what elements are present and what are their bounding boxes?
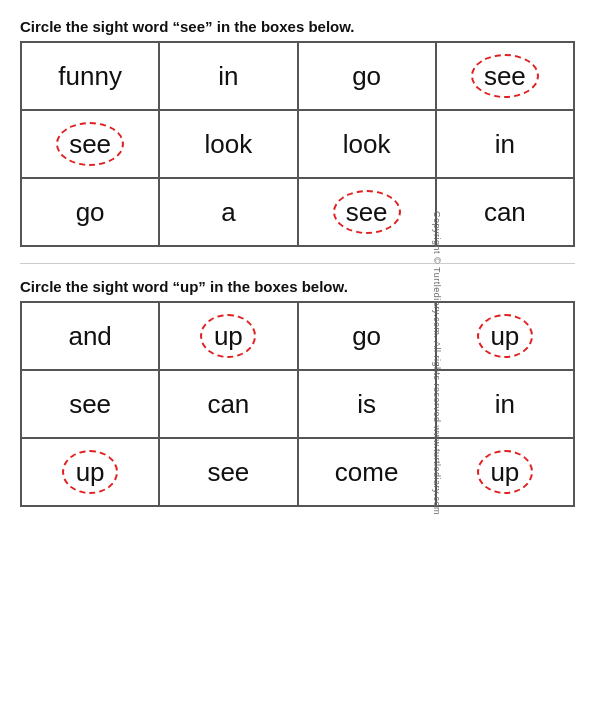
grid-cell: in	[160, 43, 298, 111]
grid-cell: come	[299, 439, 437, 507]
grid-cell: funny	[22, 43, 160, 111]
section1-grid: funnyingoseeseelooklookingoaseecan	[20, 41, 575, 247]
grid-cell: and	[22, 303, 160, 371]
grid-cell: up	[437, 303, 575, 371]
watermark-text: Copyright © Turtlediary.com. All rights …	[432, 211, 442, 515]
grid-cell: up	[160, 303, 298, 371]
grid-cell: see	[22, 371, 160, 439]
section1-instruction: Circle the sight word “see” in the boxes…	[20, 18, 575, 35]
grid-cell: can	[437, 179, 575, 247]
grid-cell: see	[22, 111, 160, 179]
grid-cell: can	[160, 371, 298, 439]
grid-cell: go	[299, 303, 437, 371]
section-divider	[20, 263, 575, 264]
grid-cell: in	[437, 111, 575, 179]
section2-instruction: Circle the sight word “up” in the boxes …	[20, 278, 575, 295]
grid-cell: look	[160, 111, 298, 179]
grid-cell: see	[160, 439, 298, 507]
grid-cell: see	[437, 43, 575, 111]
grid-cell: look	[299, 111, 437, 179]
grid-cell: up	[437, 439, 575, 507]
grid-cell: in	[437, 371, 575, 439]
grid-cell: up	[22, 439, 160, 507]
section2-grid: andupgoupseecanisinupseecomeup	[20, 301, 575, 507]
grid-cell: go	[299, 43, 437, 111]
grid-cell: is	[299, 371, 437, 439]
grid-cell: a	[160, 179, 298, 247]
grid-cell: go	[22, 179, 160, 247]
grid-cell: see	[299, 179, 437, 247]
